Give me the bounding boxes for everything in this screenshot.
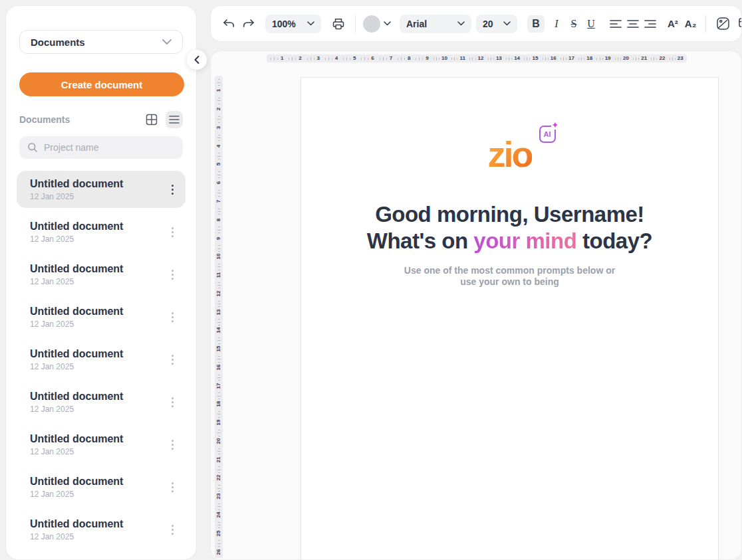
- undo-button[interactable]: [220, 15, 237, 33]
- document-title: Untitled document: [30, 178, 169, 190]
- greeting-line1: Good morning, Username!: [375, 202, 644, 227]
- ruler-number: 12: [216, 290, 221, 296]
- ai-badge-icon: AI ✦: [539, 126, 556, 143]
- ruler-number: 11: [460, 56, 465, 61]
- document-item-texts: Untitled document 12 Jan 2025: [30, 348, 169, 371]
- ruler-number: 11: [216, 272, 221, 278]
- insert-table-button[interactable]: [737, 15, 742, 33]
- document-options-kebab-icon[interactable]: [169, 480, 176, 495]
- document-list-item[interactable]: Untitled document 12 Jan 2025: [17, 298, 186, 335]
- ruler-number: 15: [532, 56, 538, 61]
- ruler-number: 8: [216, 219, 221, 221]
- ruler-cell: 2: [286, 54, 304, 62]
- bold-button[interactable]: B: [527, 15, 545, 33]
- vertical-ruler: 1234567891011121314151617181920212223242…: [215, 76, 223, 558]
- align-right-button[interactable]: [642, 15, 659, 33]
- ruler-cell: 10: [215, 243, 223, 262]
- greeting-highlight: your mind: [473, 229, 576, 253]
- grid-view-button[interactable]: [143, 111, 160, 128]
- document-list-item[interactable]: Untitled document 12 Jan 2025: [17, 468, 186, 506]
- ruler-number: 3: [216, 126, 221, 129]
- ruler-number: 5: [353, 56, 356, 61]
- create-document-button[interactable]: Create document: [19, 72, 184, 96]
- ruler-cell: 11: [449, 54, 467, 62]
- document-list-item[interactable]: Untitled document 12 Jan 2025: [17, 426, 186, 463]
- sparkle-icon: ✦: [551, 121, 558, 130]
- ruler-cell: 26: [215, 538, 223, 557]
- document-options-kebab-icon[interactable]: [169, 182, 176, 197]
- document-title: Untitled document: [30, 518, 169, 530]
- documents-section-title: Documents: [19, 114, 138, 125]
- document-date: 12 Jan 2025: [30, 277, 169, 286]
- ruler-cell: 15: [215, 335, 223, 354]
- strikethrough-button[interactable]: S: [565, 15, 582, 33]
- document-item-texts: Untitled document 12 Jan 2025: [30, 476, 169, 499]
- font-family-dropdown[interactable]: Arial: [400, 15, 471, 33]
- document-date: 12 Jan 2025: [30, 192, 169, 201]
- ruler-number: 23: [216, 494, 221, 500]
- document-list-item[interactable]: Untitled document 12 Jan 2025: [17, 511, 186, 548]
- ruler-number: 19: [216, 420, 221, 426]
- ruler-number: 1: [281, 56, 283, 61]
- sidebar: Documents Create document Documents Unti…: [5, 5, 197, 560]
- document-list-item[interactable]: Untitled document 12 Jan 2025: [17, 213, 186, 250]
- superscript-button[interactable]: A²: [666, 18, 680, 29]
- ruler-number: 8: [408, 56, 410, 61]
- document-item-texts: Untitled document 12 Jan 2025: [30, 391, 169, 414]
- zoom-level-dropdown[interactable]: 100%: [265, 15, 321, 33]
- underline-button[interactable]: U: [582, 15, 600, 33]
- ruler-cell: 20: [215, 428, 223, 446]
- ruler-number: 18: [216, 401, 221, 407]
- documents-list-header: Documents: [19, 111, 183, 128]
- ruler-number: 24: [216, 512, 221, 518]
- horizontal-ruler: 1234567891011121314151617181920212223: [267, 54, 687, 62]
- document-page[interactable]: zio AI ✦ Good morning, Username! What's …: [301, 77, 719, 560]
- list-view-icon: [169, 115, 180, 124]
- ruler-number: 16: [551, 56, 556, 61]
- document-type-dropdown[interactable]: Documents: [19, 30, 183, 54]
- document-options-kebab-icon[interactable]: [169, 267, 176, 282]
- ruler-cell: 12: [215, 280, 223, 298]
- document-date: 12 Jan 2025: [30, 532, 169, 541]
- document-list: Untitled document 12 Jan 2025 Untitled d…: [17, 171, 186, 548]
- ruler-cell: 11: [215, 262, 223, 280]
- document-options-kebab-icon[interactable]: [169, 395, 176, 410]
- align-left-button[interactable]: [607, 15, 624, 33]
- insert-image-button[interactable]: [714, 15, 731, 33]
- document-list-item[interactable]: Untitled document 12 Jan 2025: [17, 383, 186, 420]
- search-input[interactable]: [44, 142, 175, 153]
- align-left-icon: [610, 19, 622, 29]
- ruler-number: 17: [216, 383, 221, 389]
- print-button[interactable]: [330, 15, 347, 33]
- document-options-kebab-icon[interactable]: [169, 437, 176, 452]
- redo-button[interactable]: [240, 15, 257, 33]
- document-list-item[interactable]: Untitled document 12 Jan 2025: [17, 256, 186, 293]
- document-options-kebab-icon[interactable]: [169, 310, 176, 325]
- document-title: Untitled document: [30, 221, 169, 233]
- sidebar-collapse-button[interactable]: [187, 50, 207, 70]
- document-options-kebab-icon[interactable]: [169, 522, 176, 537]
- document-options-kebab-icon[interactable]: [169, 225, 176, 240]
- text-color-dropdown[interactable]: [363, 15, 391, 33]
- ruler-cell: 23: [215, 483, 223, 502]
- subscript-button[interactable]: A₂: [683, 18, 698, 29]
- ruler-number: 20: [623, 56, 629, 61]
- italic-button[interactable]: I: [548, 15, 565, 33]
- document-options-kebab-icon[interactable]: [169, 352, 176, 367]
- font-size-value: 20: [483, 19, 493, 29]
- greeting-subtitle: Use one of the most common prompts below…: [301, 265, 718, 288]
- font-size-dropdown[interactable]: 20: [476, 15, 517, 33]
- document-list-item[interactable]: Untitled document 12 Jan 2025: [17, 171, 186, 208]
- document-list-item[interactable]: Untitled document 12 Jan 2025: [17, 341, 186, 378]
- align-center-button[interactable]: [624, 15, 642, 33]
- ruler-number: 9: [426, 56, 428, 61]
- ruler-number: 4: [335, 56, 338, 61]
- ruler-cell: 1: [268, 54, 286, 62]
- document-item-texts: Untitled document 12 Jan 2025: [30, 433, 169, 456]
- ruler-cell: 24: [215, 502, 223, 520]
- ruler-cell: 2: [215, 96, 223, 114]
- ruler-number: 9: [216, 236, 221, 239]
- list-view-button[interactable]: [166, 111, 183, 128]
- document-date: 12 Jan 2025: [30, 320, 169, 329]
- greeting-heading: Good morning, Username! What's on your m…: [301, 201, 718, 254]
